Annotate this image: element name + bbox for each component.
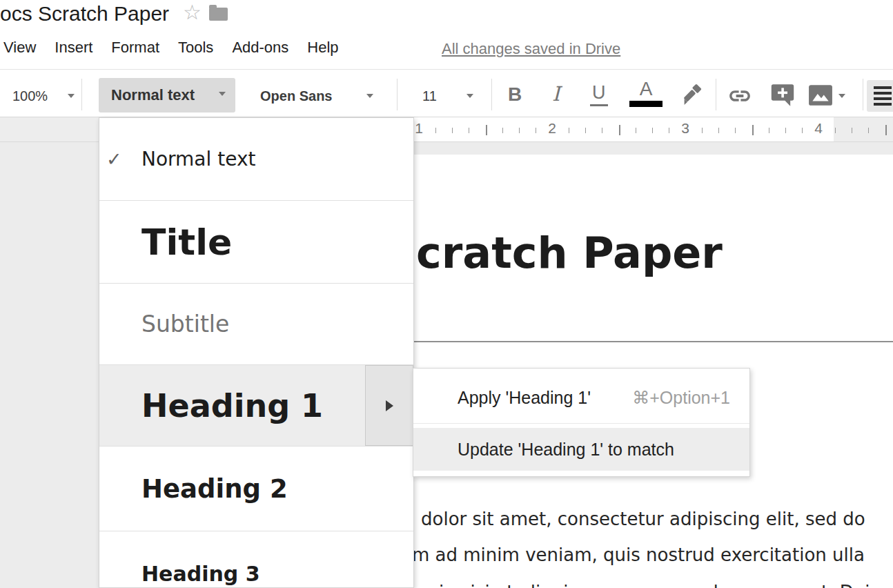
style-option-label: Heading 2 <box>141 474 288 504</box>
submenu-divider <box>413 423 749 424</box>
italic-button[interactable]: I <box>552 82 560 106</box>
text-color-letter: A <box>640 78 653 99</box>
apply-heading1-item[interactable]: Apply 'Heading 1' ⌘+Option+1 <box>413 373 749 423</box>
menu-help[interactable]: Help <box>307 39 338 57</box>
save-status-link[interactable]: All changes saved in Drive <box>442 40 620 58</box>
checkmark-icon: ✓ <box>106 148 122 170</box>
style-dropdown-arrow-icon <box>219 92 226 99</box>
toolbar-separator <box>716 79 716 110</box>
menubar: View Insert Format Tools Add-ons Help <box>3 39 339 57</box>
body-text-line[interactable]: m ad minim veniam, quis nostrud exercita… <box>412 545 865 565</box>
font-size-dropdown-arrow-icon[interactable] <box>467 94 473 101</box>
insert-image-button[interactable] <box>808 84 833 106</box>
menu-insert[interactable]: Insert <box>55 39 92 57</box>
menu-addons[interactable]: Add-ons <box>232 39 288 57</box>
style-option-label: Normal text <box>141 148 255 170</box>
document-title-text[interactable]: cratch Paper <box>416 228 723 278</box>
style-option-label: Heading 3 <box>141 562 260 586</box>
style-option-title[interactable]: Title <box>99 201 413 284</box>
toolbar-separator <box>397 79 398 110</box>
paragraph-style-select[interactable]: Normal text <box>99 78 235 112</box>
toolbar-separator <box>863 79 863 110</box>
align-icon <box>874 86 892 89</box>
style-option-label: Heading 1 <box>141 387 323 424</box>
body-text-line[interactable]: dolor sit amet, consectetur adipiscing e… <box>421 509 865 529</box>
style-option-heading2[interactable]: Heading 2 <box>99 447 413 531</box>
update-heading1-item[interactable]: Update 'Heading 1' to match <box>413 428 749 471</box>
keyboard-shortcut: ⌘+Option+1 <box>632 388 730 408</box>
menu-view[interactable]: View <box>3 39 36 57</box>
app-header: ocs Scratch Paper ☆ View Insert Format T… <box>0 0 893 117</box>
style-option-normal-text[interactable]: ✓ Normal text <box>99 118 413 201</box>
font-size-select[interactable]: 11 <box>422 88 437 104</box>
font-select[interactable]: Open Sans <box>260 88 332 104</box>
text-color-button[interactable]: A <box>629 78 663 107</box>
highlight-button[interactable] <box>677 81 703 108</box>
paragraph-style-value: Normal text <box>111 86 195 104</box>
heading1-submenu-button[interactable] <box>365 365 413 446</box>
toolbar-divider <box>0 69 893 70</box>
zoom-dropdown-arrow-icon[interactable] <box>68 94 75 101</box>
menu-tools[interactable]: Tools <box>178 39 213 57</box>
menu-format[interactable]: Format <box>111 39 159 57</box>
underline-button[interactable]: U <box>590 82 608 106</box>
toolbar-separator <box>491 79 492 110</box>
toolbar-separator <box>81 79 82 110</box>
styles-dropdown-menu: ✓ Normal text Title Subtitle Heading 1 H… <box>99 117 414 588</box>
style-option-subtitle[interactable]: Subtitle <box>99 284 413 365</box>
font-dropdown-arrow-icon[interactable] <box>366 94 373 101</box>
heading1-submenu: Apply 'Heading 1' ⌘+Option+1 Update 'Hea… <box>413 368 750 477</box>
style-option-heading3[interactable]: Heading 3 <box>99 531 413 588</box>
menu-item-label: Update 'Heading 1' to match <box>458 440 674 460</box>
ruler-ticks: 1234 <box>386 117 893 141</box>
document-name[interactable]: ocs Scratch Paper <box>0 2 169 26</box>
style-option-label: Title <box>141 222 232 263</box>
style-option-heading1[interactable]: Heading 1 <box>99 365 413 447</box>
image-dropdown-arrow-icon[interactable] <box>838 94 845 101</box>
submenu-arrow-icon <box>386 400 399 411</box>
bold-button[interactable]: B <box>508 84 522 106</box>
zoom-select[interactable]: 100% <box>12 88 48 104</box>
text-color-bar <box>629 101 663 107</box>
style-option-label: Subtitle <box>141 311 229 337</box>
align-button[interactable] <box>867 80 893 112</box>
body-text-line[interactable]: boris nisi ut aliquip ex ea commodo cons… <box>409 582 893 588</box>
menu-item-label: Apply 'Heading 1' <box>458 388 591 408</box>
star-icon[interactable]: ☆ <box>183 1 202 24</box>
add-comment-button[interactable] <box>769 81 796 109</box>
folder-icon[interactable] <box>209 8 228 21</box>
insert-link-button[interactable] <box>727 84 753 108</box>
